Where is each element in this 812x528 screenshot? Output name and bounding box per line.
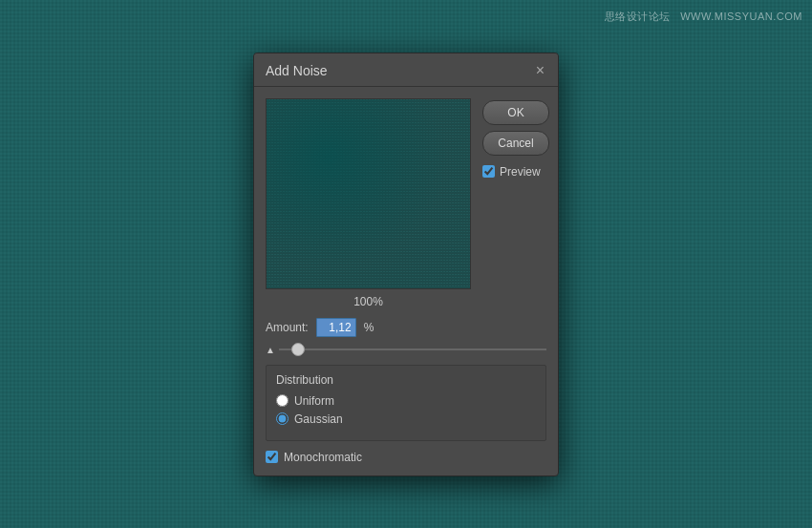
cancel-button[interactable]: Cancel <box>482 131 549 156</box>
zoom-out-button[interactable] <box>338 300 346 304</box>
watermark: 思络设计论坛 WWW.MISSYUAN.COM <box>605 10 802 24</box>
top-row: 100% OK Cancel <box>266 98 546 308</box>
amount-label: Amount: <box>266 321 309 334</box>
amount-pct-label: % <box>364 321 374 334</box>
gaussian-radio[interactable] <box>276 412 288 425</box>
dialog-titlebar: Add Noise × <box>254 53 558 87</box>
monochromatic-label[interactable]: Monochromatic <box>284 451 362 464</box>
dialog-body: 100% OK Cancel <box>254 87 558 475</box>
slider-row: ▲ <box>266 345 546 355</box>
distribution-section: Distribution Uniform Gaussian <box>266 365 546 441</box>
gaussian-radio-row: Gaussian <box>276 412 536 426</box>
preview-checkbox[interactable] <box>482 165 495 178</box>
watermark-url: WWW.MISSYUAN.COM <box>680 11 802 22</box>
zoom-in-button[interactable] <box>391 300 398 304</box>
preview-checkbox-label[interactable]: Preview <box>500 165 541 179</box>
distribution-title: Distribution <box>276 373 536 387</box>
preview-check-row: Preview <box>482 165 549 179</box>
zoom-level-label: 100% <box>353 295 383 308</box>
preview-canvas <box>266 98 471 289</box>
gaussian-radio-label[interactable]: Gaussian <box>294 412 343 426</box>
amount-row: Amount: % <box>266 318 546 337</box>
monochromatic-checkbox[interactable] <box>266 451 278 463</box>
ok-button[interactable]: OK <box>482 100 549 125</box>
uniform-radio-label[interactable]: Uniform <box>294 394 334 408</box>
monochromatic-row: Monochromatic <box>266 451 546 464</box>
uniform-radio[interactable] <box>276 394 288 407</box>
watermark-text: 思络设计论坛 <box>605 11 671 22</box>
amount-input[interactable] <box>316 318 356 337</box>
close-button[interactable]: × <box>534 63 546 78</box>
amount-slider[interactable] <box>279 348 546 350</box>
action-buttons: OK Cancel Preview <box>482 98 549 179</box>
add-noise-dialog: Add Noise × 100% <box>253 53 559 476</box>
slider-triangle-icon: ▲ <box>266 345 275 355</box>
uniform-radio-row: Uniform <box>276 394 536 408</box>
dialog-title: Add Noise <box>266 63 328 78</box>
preview-section: 100% <box>266 98 471 308</box>
zoom-controls: 100% <box>266 295 471 308</box>
